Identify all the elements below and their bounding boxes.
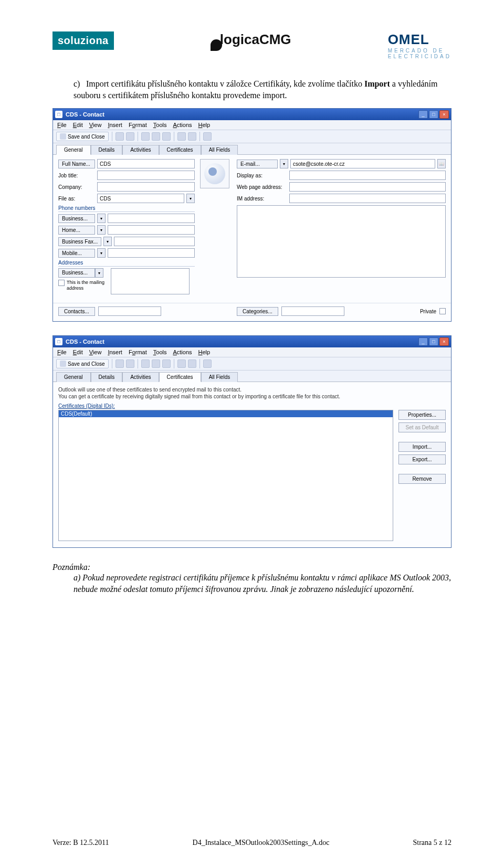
phone-bfax-dropdown[interactable]: ▾	[103, 237, 112, 246]
tab-certificates[interactable]: Certificates	[159, 145, 201, 155]
omel-line3: ELECTRICIDAD	[388, 54, 452, 59]
company-input[interactable]	[97, 182, 195, 192]
check-icon[interactable]	[152, 359, 160, 368]
email-button[interactable]: E-mail...	[237, 160, 278, 168]
phone-bfax-input[interactable]	[114, 237, 195, 246]
cert-listbox[interactable]: CDS(Default)	[58, 410, 393, 541]
menu-format[interactable]: Format	[129, 122, 147, 128]
address-textarea[interactable]	[111, 268, 190, 294]
note-item-a: a) Pokud neprovedete registraci certifik…	[74, 572, 452, 595]
menu-tools[interactable]: Tools	[153, 122, 167, 128]
tab-general[interactable]: General	[56, 145, 91, 155]
prev-icon[interactable]	[177, 132, 186, 141]
phone-home-input[interactable]	[108, 225, 195, 235]
attach-icon[interactable]	[126, 359, 134, 368]
phone-business-button[interactable]: Business...	[58, 214, 95, 223]
maximize-button[interactable]: □	[429, 110, 438, 119]
addr-business-button[interactable]: Business...	[58, 268, 95, 278]
tab-activities[interactable]: Activities	[122, 145, 159, 155]
phone-business-dropdown[interactable]: ▾	[97, 214, 106, 223]
minimize-button[interactable]: _	[418, 337, 428, 346]
prev-icon[interactable]	[177, 359, 186, 368]
tab-certificates[interactable]: Certificates	[159, 372, 201, 382]
tab-allfields[interactable]: All Fields	[201, 145, 238, 155]
print-icon[interactable]	[116, 359, 124, 368]
footer-left: Verze: B 12.5.2011	[52, 839, 109, 847]
menu-file[interactable]: File	[57, 122, 67, 128]
save-close-button[interactable]: Save and Close	[56, 132, 109, 141]
properties-button[interactable]: Properties...	[398, 410, 446, 420]
phone-mobile-input[interactable]	[108, 248, 195, 258]
set-default-button[interactable]: Set as Default	[398, 422, 446, 432]
menu-view[interactable]: View	[89, 349, 102, 355]
tab-details[interactable]: Details	[91, 372, 123, 382]
menu-edit[interactable]: Edit	[73, 349, 83, 355]
contacts-input[interactable]	[98, 306, 161, 316]
misc-icon[interactable]	[203, 132, 212, 141]
print-icon[interactable]	[116, 132, 124, 141]
menu-format[interactable]: Format	[129, 349, 147, 355]
file-as-dropdown[interactable]: ▾	[186, 194, 195, 203]
menu-file[interactable]: File	[57, 349, 67, 355]
menu-actions[interactable]: Actions	[173, 349, 192, 355]
check-icon[interactable]	[152, 132, 160, 141]
phone-mobile-dropdown[interactable]: ▾	[97, 248, 106, 258]
menu-insert[interactable]: Insert	[108, 349, 122, 355]
categories-button[interactable]: Categories...	[237, 307, 278, 316]
im-input[interactable]	[289, 194, 446, 203]
menu-help[interactable]: Help	[198, 122, 211, 128]
file-as-input[interactable]	[97, 194, 184, 203]
menubar: File Edit View Insert Format Tools Actio…	[53, 120, 451, 130]
display-as-input[interactable]	[289, 171, 446, 180]
contact-photo[interactable]	[200, 159, 229, 188]
full-name-input[interactable]	[97, 159, 195, 168]
phone-home-dropdown[interactable]: ▾	[97, 225, 106, 235]
import-button[interactable]: Import...	[398, 442, 446, 452]
minimize-button[interactable]: _	[418, 110, 428, 119]
contacts-button[interactable]: Contacts...	[58, 307, 95, 316]
notes-textarea[interactable]	[237, 205, 446, 278]
phone-bfax-button[interactable]: Business Fax...	[58, 237, 101, 246]
mailing-checkbox[interactable]	[58, 280, 65, 286]
save-close-button[interactable]: Save and Close	[56, 359, 109, 368]
bottom-row: Contacts... Categories... Private	[53, 303, 451, 321]
menu-help[interactable]: Help	[198, 349, 211, 355]
email-input[interactable]	[290, 159, 435, 168]
tab-activities[interactable]: Activities	[122, 372, 159, 382]
close-button[interactable]: ×	[439, 110, 449, 119]
tab-allfields[interactable]: All Fields	[201, 372, 238, 382]
menu-tools[interactable]: Tools	[153, 349, 167, 355]
phone-mobile-button[interactable]: Mobile...	[58, 249, 95, 258]
webpage-input[interactable]	[289, 182, 446, 192]
private-checkbox[interactable]	[439, 308, 446, 314]
menu-edit[interactable]: Edit	[73, 122, 83, 128]
close-button[interactable]: ×	[439, 337, 449, 346]
next-icon[interactable]	[188, 359, 196, 368]
attach-icon[interactable]	[126, 132, 134, 141]
menu-actions[interactable]: Actions	[173, 122, 192, 128]
menu-view[interactable]: View	[89, 122, 102, 128]
categories-input[interactable]	[281, 306, 344, 316]
next-icon[interactable]	[188, 132, 196, 141]
tab-general[interactable]: General	[56, 372, 91, 382]
export-button[interactable]: Export...	[398, 454, 446, 464]
maximize-button[interactable]: □	[429, 337, 438, 346]
omel-line1: OMEL	[388, 31, 452, 48]
form-general: Full Name... Job title: Company: File as…	[53, 155, 451, 303]
book-icon[interactable]	[162, 132, 171, 141]
job-title-input[interactable]	[97, 171, 195, 180]
book-icon[interactable]	[162, 359, 171, 368]
cert-list-item-selected[interactable]: CDS(Default)	[59, 410, 393, 417]
phone-home-button[interactable]: Home...	[58, 226, 95, 235]
phone-business-input[interactable]	[108, 214, 195, 223]
misc-icon[interactable]	[203, 359, 212, 368]
menu-insert[interactable]: Insert	[108, 122, 122, 128]
email-dropdown[interactable]: ▾	[280, 159, 288, 168]
remove-button[interactable]: Remove	[398, 474, 446, 484]
addr-business-dropdown[interactable]: ▾	[95, 268, 103, 278]
flag-icon[interactable]	[141, 359, 150, 368]
addressbook-icon[interactable]: 📖	[437, 159, 446, 168]
flag-icon[interactable]	[141, 132, 150, 141]
tab-details[interactable]: Details	[91, 145, 123, 155]
full-name-button[interactable]: Full Name...	[58, 160, 95, 168]
